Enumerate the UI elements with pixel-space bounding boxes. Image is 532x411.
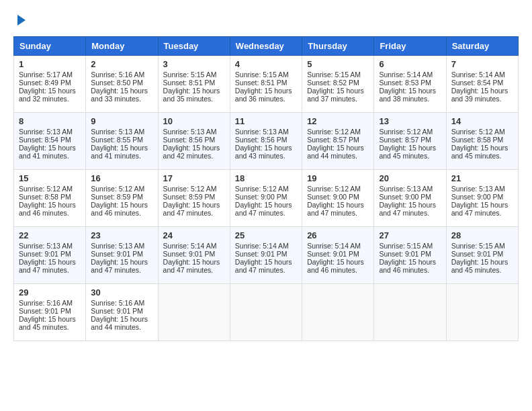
- sunset-text: Sunset: 9:01 PM: [163, 250, 216, 258]
- sunrise-text: Sunrise: 5:12 AM: [91, 185, 144, 193]
- day-number: 6: [379, 59, 441, 69]
- calendar-cell: 28Sunrise: 5:15 AMSunset: 9:01 PMDayligh…: [446, 227, 518, 284]
- sunset-text: Sunset: 8:56 PM: [163, 136, 216, 144]
- sunrise-text: Sunrise: 5:15 AM: [379, 242, 433, 250]
- day-number: 20: [379, 173, 441, 183]
- day-number: 23: [91, 230, 152, 240]
- weekday-header-saturday: Saturday: [446, 37, 518, 56]
- sunset-text: Sunset: 9:01 PM: [91, 307, 143, 315]
- sunset-text: Sunset: 8:53 PM: [379, 79, 431, 87]
- daylight-text: Daylight: 15 hours and 43 minutes.: [235, 144, 292, 160]
- calendar-cell: 7Sunrise: 5:14 AMSunset: 8:54 PMDaylight…: [446, 56, 518, 113]
- calendar-cell: 21Sunrise: 5:13 AMSunset: 9:00 PMDayligh…: [446, 170, 518, 227]
- calendar-week-1: 1Sunrise: 5:17 AMSunset: 8:49 PMDaylight…: [14, 56, 519, 113]
- daylight-text: Daylight: 15 hours and 35 minutes.: [163, 87, 220, 103]
- calendar-cell: [302, 284, 374, 341]
- daylight-text: Daylight: 15 hours and 47 minutes.: [379, 201, 436, 217]
- sunrise-text: Sunrise: 5:14 AM: [163, 242, 217, 250]
- sunrise-text: Sunrise: 5:12 AM: [307, 128, 361, 136]
- daylight-text: Daylight: 15 hours and 46 minutes.: [91, 201, 148, 217]
- sunset-text: Sunset: 8:57 PM: [307, 136, 359, 144]
- sunrise-text: Sunrise: 5:15 AM: [163, 71, 217, 79]
- calendar-week-4: 22Sunrise: 5:13 AMSunset: 9:01 PMDayligh…: [14, 227, 519, 284]
- sunrise-text: Sunrise: 5:15 AM: [307, 71, 361, 79]
- daylight-text: Daylight: 15 hours and 46 minutes.: [19, 201, 76, 217]
- day-number: 14: [451, 116, 513, 126]
- calendar-cell: 12Sunrise: 5:12 AMSunset: 8:57 PMDayligh…: [302, 113, 374, 170]
- calendar-cell: 4Sunrise: 5:15 AMSunset: 8:51 PMDaylight…: [230, 56, 302, 113]
- day-number: 1: [19, 59, 81, 69]
- daylight-text: Daylight: 15 hours and 38 minutes.: [379, 87, 436, 103]
- calendar-cell: 15Sunrise: 5:12 AMSunset: 8:58 PMDayligh…: [14, 170, 86, 227]
- daylight-text: Daylight: 15 hours and 45 minutes.: [451, 144, 508, 160]
- logo: [13, 13, 26, 26]
- calendar-cell: 20Sunrise: 5:13 AMSunset: 9:00 PMDayligh…: [374, 170, 446, 227]
- weekday-header-row: SundayMondayTuesdayWednesdayThursdayFrid…: [14, 37, 519, 56]
- day-number: 22: [19, 230, 81, 240]
- day-number: 29: [19, 287, 81, 298]
- sunset-text: Sunset: 9:01 PM: [235, 250, 287, 258]
- calendar-cell: [158, 284, 230, 341]
- daylight-text: Daylight: 15 hours and 41 minutes.: [91, 144, 148, 160]
- day-number: 13: [379, 116, 441, 126]
- weekday-header-tuesday: Tuesday: [158, 37, 230, 56]
- sunset-text: Sunset: 9:01 PM: [91, 250, 143, 258]
- daylight-text: Daylight: 15 hours and 39 minutes.: [451, 87, 508, 103]
- sunset-text: Sunset: 9:00 PM: [235, 193, 287, 201]
- sunrise-text: Sunrise: 5:17 AM: [19, 71, 73, 79]
- daylight-text: Daylight: 15 hours and 47 minutes.: [235, 258, 292, 274]
- sunrise-text: Sunrise: 5:13 AM: [19, 128, 73, 136]
- sunset-text: Sunset: 8:52 PM: [307, 79, 359, 87]
- calendar-week-2: 8Sunrise: 5:13 AMSunset: 8:54 PMDaylight…: [14, 113, 519, 170]
- day-number: 24: [163, 230, 225, 240]
- calendar-cell: [446, 284, 518, 341]
- weekday-header-friday: Friday: [374, 37, 446, 56]
- daylight-text: Daylight: 15 hours and 36 minutes.: [235, 87, 292, 103]
- calendar-cell: 5Sunrise: 5:15 AMSunset: 8:52 PMDaylight…: [302, 56, 374, 113]
- calendar-cell: 27Sunrise: 5:15 AMSunset: 9:01 PMDayligh…: [374, 227, 446, 284]
- calendar-cell: [374, 284, 446, 341]
- day-number: 27: [379, 230, 441, 240]
- sunset-text: Sunset: 9:01 PM: [307, 250, 359, 258]
- daylight-text: Daylight: 15 hours and 33 minutes.: [91, 87, 148, 103]
- daylight-text: Daylight: 15 hours and 47 minutes.: [91, 258, 148, 274]
- daylight-text: Daylight: 15 hours and 47 minutes.: [19, 258, 76, 274]
- day-number: 25: [235, 230, 297, 240]
- logo-arrow-icon: [17, 15, 26, 26]
- sunset-text: Sunset: 9:01 PM: [379, 250, 431, 258]
- daylight-text: Daylight: 15 hours and 44 minutes.: [91, 315, 148, 331]
- sunrise-text: Sunrise: 5:13 AM: [91, 128, 144, 136]
- day-number: 18: [235, 173, 297, 183]
- calendar-cell: 23Sunrise: 5:13 AMSunset: 9:01 PMDayligh…: [86, 227, 158, 284]
- calendar-cell: 19Sunrise: 5:12 AMSunset: 9:00 PMDayligh…: [302, 170, 374, 227]
- calendar-cell: 26Sunrise: 5:14 AMSunset: 9:01 PMDayligh…: [302, 227, 374, 284]
- daylight-text: Daylight: 15 hours and 32 minutes.: [19, 87, 76, 103]
- day-number: 19: [307, 173, 369, 183]
- sunset-text: Sunset: 8:58 PM: [451, 136, 504, 144]
- sunrise-text: Sunrise: 5:12 AM: [451, 128, 505, 136]
- sunset-text: Sunset: 8:59 PM: [163, 193, 216, 201]
- day-number: 11: [235, 116, 297, 126]
- sunset-text: Sunset: 9:01 PM: [19, 307, 71, 315]
- daylight-text: Daylight: 15 hours and 41 minutes.: [19, 144, 76, 160]
- day-number: 30: [91, 287, 152, 298]
- day-number: 12: [307, 116, 369, 126]
- daylight-text: Daylight: 15 hours and 47 minutes.: [307, 201, 364, 217]
- sunset-text: Sunset: 8:58 PM: [19, 193, 71, 201]
- day-number: 21: [451, 173, 513, 183]
- sunrise-text: Sunrise: 5:12 AM: [379, 128, 433, 136]
- sunset-text: Sunset: 9:00 PM: [379, 193, 431, 201]
- sunset-text: Sunset: 9:01 PM: [451, 250, 504, 258]
- day-number: 10: [163, 116, 225, 126]
- day-number: 17: [163, 173, 225, 183]
- daylight-text: Daylight: 15 hours and 47 minutes.: [235, 201, 292, 217]
- day-number: 26: [307, 230, 369, 240]
- calendar-cell: 13Sunrise: 5:12 AMSunset: 8:57 PMDayligh…: [374, 113, 446, 170]
- day-number: 8: [19, 116, 81, 126]
- daylight-text: Daylight: 15 hours and 37 minutes.: [307, 87, 364, 103]
- calendar-cell: 17Sunrise: 5:12 AMSunset: 8:59 PMDayligh…: [158, 170, 230, 227]
- sunrise-text: Sunrise: 5:13 AM: [19, 242, 73, 250]
- sunset-text: Sunset: 8:51 PM: [235, 79, 287, 87]
- sunset-text: Sunset: 9:01 PM: [19, 250, 71, 258]
- calendar-week-5: 29Sunrise: 5:16 AMSunset: 9:01 PMDayligh…: [14, 284, 519, 341]
